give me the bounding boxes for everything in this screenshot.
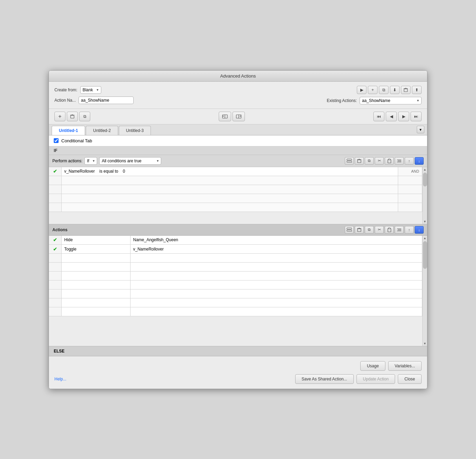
if-delete-button[interactable]	[355, 157, 364, 165]
action-target-cell[interactable]	[130, 289, 422, 298]
export-button[interactable]: ⬆	[412, 86, 422, 94]
if-up-button[interactable]: ↑	[405, 157, 414, 165]
action-name-label: Action Na...	[54, 98, 76, 103]
existing-actions-select[interactable]: aa_ShowName	[360, 97, 422, 104]
tab-dropdown-button[interactable]: ▼	[417, 126, 424, 133]
svg-rect-0	[404, 89, 407, 92]
top-icon-toolbar: ▶ + ⧉ ⬇ ⬆	[357, 86, 422, 94]
actions-icon-toolbar: + ⧉ ✂	[345, 226, 424, 234]
action-type-cell[interactable]: Hide	[61, 236, 130, 245]
table-row	[49, 298, 422, 307]
copy-action-button[interactable]: ⧉	[379, 86, 389, 94]
condition-type-select[interactable]: All conditions are true	[99, 157, 161, 165]
conditional-tab-checkbox[interactable]	[54, 138, 59, 143]
actions-scrollbar[interactable]: ▲ ▼	[422, 236, 427, 346]
condition-cell[interactable]	[61, 194, 398, 203]
delete-action-button[interactable]	[401, 86, 411, 94]
play-button[interactable]: ▶	[357, 86, 366, 94]
else-label: ELSE	[54, 349, 64, 354]
action-name-input[interactable]	[79, 96, 134, 104]
condition-cell[interactable]	[61, 203, 398, 212]
duplicate-tab-button[interactable]: ⧉	[79, 112, 90, 121]
import-button[interactable]: ⬇	[390, 86, 400, 94]
if-paste-button[interactable]	[385, 157, 394, 165]
action-type-cell[interactable]	[61, 298, 130, 307]
action-type-cell[interactable]	[61, 280, 130, 289]
action-target-cell[interactable]: v_NameRollover	[130, 245, 422, 254]
action-type-cell[interactable]	[61, 272, 130, 280]
update-action-button[interactable]: Update Action	[356, 374, 395, 384]
action-type-cell[interactable]: Toggle	[61, 245, 130, 254]
usage-button[interactable]: Usage	[360, 361, 385, 371]
action-target-cell[interactable]	[130, 280, 422, 289]
create-from-select[interactable]: Blank	[80, 86, 101, 94]
action-type-cell[interactable]	[61, 263, 130, 272]
move-right-button[interactable]	[232, 112, 245, 121]
next-button[interactable]: ▶	[398, 112, 409, 121]
table-row: ✔ v_NameRollover is equal to 0 AND	[49, 167, 422, 176]
table-row: ✔ Hide Name_Angelfish_Queen	[49, 236, 422, 245]
action-type-cell[interactable]	[61, 254, 130, 263]
if-scrollbar[interactable]: ▲ ▼	[422, 167, 427, 224]
if-down-button[interactable]: ↓	[415, 157, 424, 165]
table-row	[49, 263, 422, 272]
actions-add-row-button[interactable]: +	[345, 226, 354, 234]
condition-cell[interactable]	[61, 185, 398, 194]
perform-if-select[interactable]: If	[84, 157, 97, 165]
actions-cut-button[interactable]: ✂	[375, 226, 384, 234]
action-target-cell[interactable]	[130, 263, 422, 272]
if-icon-toolbar: + ⧉ ✂	[345, 157, 424, 165]
perform-actions-label: Perform actions:	[52, 159, 82, 163]
last-button[interactable]: ⏭	[411, 112, 422, 121]
if-add-row-button[interactable]: +	[345, 157, 354, 165]
svg-text:+: +	[351, 230, 352, 232]
condition-cell[interactable]: v_NameRollover is equal to 0	[61, 167, 398, 176]
if-section-header: IF	[49, 146, 427, 155]
close-button[interactable]: Close	[398, 374, 422, 384]
if-cut-button[interactable]: ✂	[375, 157, 384, 165]
actions-table-scroll: ✔ Hide Name_Angelfish_Queen ✔ Toggle v_N…	[49, 236, 422, 346]
actions-copy-button[interactable]: ⧉	[365, 226, 374, 234]
svg-rect-11	[347, 161, 352, 162]
actions-down-button[interactable]: ↓	[415, 226, 424, 234]
bottom-top-row: Usage Variables...	[54, 361, 422, 371]
action-type-cell[interactable]	[61, 289, 130, 298]
actions-scrollbar-thumb[interactable]	[423, 241, 427, 269]
action-target-cell[interactable]	[130, 272, 422, 280]
first-button[interactable]: ⏮	[373, 112, 384, 121]
if-scrollbar-thumb[interactable]	[423, 173, 427, 186]
variables-button[interactable]: Variables...	[388, 361, 422, 371]
actions-up-button[interactable]: ↑	[405, 226, 414, 234]
add-tab-button[interactable]: +	[54, 112, 65, 121]
delete-tab-button[interactable]	[67, 112, 78, 121]
if-indent-button[interactable]	[395, 157, 404, 165]
save-as-shared-button[interactable]: Save As Shared Action...	[295, 374, 354, 384]
operator-cell	[398, 194, 422, 203]
conditional-tab-label: Conditional Tab	[61, 138, 92, 143]
add-action-button[interactable]: +	[368, 86, 377, 94]
condition-table: ✔ v_NameRollover is equal to 0 AND	[49, 167, 422, 212]
tab-untitled-2[interactable]: Untitled-2	[86, 126, 118, 135]
tab-untitled-3[interactable]: Untitled-3	[119, 126, 151, 135]
condition-cell[interactable]	[61, 176, 398, 185]
action-check-cell	[49, 263, 61, 272]
table-row: ✔ Toggle v_NameRollover	[49, 245, 422, 254]
prev-button[interactable]: ◀	[386, 112, 397, 121]
bottom-bar: Usage Variables... Help... Save As Share…	[49, 356, 427, 389]
move-left-button[interactable]	[219, 112, 231, 121]
tab-untitled-1[interactable]: Untitled-1	[52, 126, 85, 135]
action-type-cell[interactable]	[61, 307, 130, 316]
bottom-bottom-row: Help... Save As Shared Action... Update …	[54, 374, 422, 384]
action-check-cell	[49, 254, 61, 263]
operator-cell: AND	[398, 167, 422, 176]
action-target-cell[interactable]	[130, 254, 422, 263]
if-copy-button[interactable]: ⧉	[365, 157, 374, 165]
actions-delete-button[interactable]	[355, 226, 364, 234]
actions-indent-button[interactable]	[395, 226, 404, 234]
action-target-cell[interactable]	[130, 307, 422, 316]
actions-paste-button[interactable]	[385, 226, 394, 234]
action-target-cell[interactable]	[130, 298, 422, 307]
svg-rect-10	[347, 159, 352, 160]
action-target-cell[interactable]: Name_Angelfish_Queen	[130, 236, 422, 245]
help-link[interactable]: Help...	[54, 377, 66, 381]
